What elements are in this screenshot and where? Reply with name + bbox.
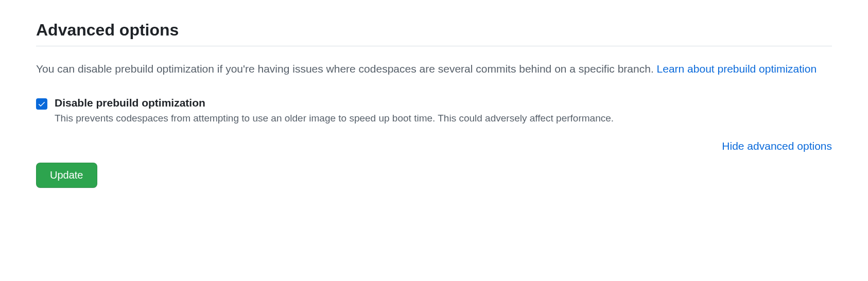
description-text: You can disable prebuild optimization if… (36, 63, 657, 75)
checkbox-content: Disable prebuild optimization This preve… (55, 97, 832, 126)
section-heading: Advanced options (36, 21, 832, 46)
disable-prebuild-row: Disable prebuild optimization This preve… (36, 97, 832, 126)
learn-prebuild-link[interactable]: Learn about prebuild optimization (657, 63, 817, 75)
disable-prebuild-checkbox[interactable] (36, 98, 47, 110)
hide-advanced-options-link[interactable]: Hide advanced options (722, 140, 832, 152)
section-description: You can disable prebuild optimization if… (36, 61, 832, 77)
toggle-row: Hide advanced options (36, 140, 832, 152)
update-button[interactable]: Update (36, 163, 97, 188)
checkmark-icon (38, 100, 46, 108)
disable-prebuild-help: This prevents codespaces from attempting… (55, 111, 832, 126)
disable-prebuild-label: Disable prebuild optimization (55, 97, 832, 109)
